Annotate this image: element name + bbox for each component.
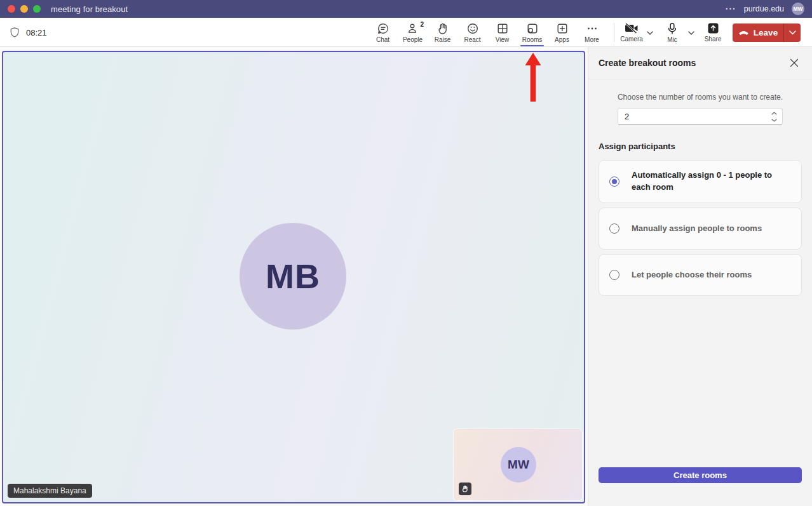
- assign-participants-heading: Assign participants: [599, 142, 802, 151]
- people-icon: [407, 22, 419, 35]
- account-domain: purdue.edu: [744, 4, 784, 13]
- raised-hand-status-icon: [459, 483, 471, 495]
- option-manually-assign[interactable]: Manually assign people to rooms: [599, 208, 802, 250]
- leave-options-chevron-icon[interactable]: [784, 23, 801, 42]
- shield-icon: [9, 27, 20, 38]
- rooms-count-field[interactable]: [618, 108, 783, 125]
- self-view-avatar: MW: [501, 447, 536, 483]
- rooms-label: Rooms: [522, 36, 543, 43]
- rooms-button[interactable]: Rooms: [517, 18, 547, 47]
- close-icon: [790, 58, 799, 67]
- view-label: View: [496, 36, 510, 43]
- apps-label: Apps: [555, 36, 569, 43]
- people-button[interactable]: 2 People: [398, 18, 428, 47]
- mic-icon: [666, 22, 679, 35]
- share-label: Share: [705, 36, 722, 43]
- meeting-timer: 08:21: [26, 28, 47, 37]
- leave-label: Leave: [754, 28, 778, 37]
- option-label: Automatically assign 0 - 1 people to eac…: [632, 170, 789, 194]
- radio-unselected[interactable]: [609, 270, 619, 280]
- spinner-down-icon[interactable]: [769, 117, 778, 123]
- chat-button[interactable]: Chat: [368, 18, 398, 47]
- hang-up-phone-icon: [738, 30, 749, 36]
- minimize-window-button[interactable]: [20, 5, 28, 13]
- self-view-tile[interactable]: MW: [453, 429, 583, 501]
- share-screen-icon: [707, 22, 719, 34]
- camera-options-chevron-icon[interactable]: [646, 29, 654, 37]
- toolbar-divider: [614, 23, 614, 42]
- toolbar-nav: Chat 2 People Raise React View: [368, 18, 607, 47]
- view-button[interactable]: View: [487, 18, 517, 47]
- option-automatically-assign[interactable]: Automatically assign 0 - 1 people to eac…: [599, 160, 802, 203]
- raise-hand-button[interactable]: Raise: [428, 18, 457, 47]
- react-smiley-icon: [466, 22, 479, 35]
- react-button[interactable]: React: [457, 18, 487, 47]
- option-let-people-choose[interactable]: Let people choose their rooms: [599, 254, 802, 296]
- rooms-count-spinner: [769, 110, 778, 123]
- leave-main-action[interactable]: Leave: [733, 23, 783, 42]
- camera-label: Camera: [620, 36, 643, 43]
- share-button[interactable]: Share: [699, 18, 727, 47]
- traffic-lights: [8, 5, 41, 13]
- panel-title: Create breakout rooms: [599, 58, 696, 68]
- apps-plus-icon: [556, 22, 569, 35]
- raise-label: Raise: [435, 36, 451, 43]
- panel-header: Create breakout rooms: [588, 47, 812, 79]
- meeting-toolbar: 08:21 Chat 2 People Raise React: [0, 18, 812, 47]
- apps-button[interactable]: Apps: [547, 18, 577, 47]
- titlebar-overflow-icon[interactable]: ···: [726, 4, 736, 14]
- zoom-window-button[interactable]: [33, 5, 41, 13]
- chat-icon: [377, 22, 389, 35]
- view-grid-icon: [496, 22, 509, 35]
- create-breakout-rooms-panel: Create breakout rooms Choose the number …: [588, 47, 812, 506]
- people-label: People: [403, 36, 423, 43]
- window-title: meeting for breakout: [51, 4, 128, 14]
- spinner-up-icon[interactable]: [769, 110, 778, 116]
- account-avatar[interactable]: MW: [792, 3, 804, 15]
- camera-off-icon: [624, 22, 639, 34]
- mic-label: Mic: [667, 36, 677, 43]
- window-titlebar: meeting for breakout ··· purdue.edu MW: [0, 0, 812, 18]
- radio-unselected[interactable]: [609, 223, 619, 234]
- raise-hand-icon: [436, 22, 449, 35]
- participant-name-badge: Mahalakshmi Bayana: [8, 484, 92, 498]
- close-panel-button[interactable]: [787, 55, 802, 70]
- option-label: Let people choose their rooms: [632, 269, 752, 281]
- meeting-timer-group: 08:21: [9, 18, 47, 47]
- leave-button[interactable]: Leave: [733, 23, 801, 42]
- mic-button[interactable]: Mic: [661, 18, 684, 47]
- more-ellipsis-icon: [586, 22, 599, 35]
- breakout-rooms-icon: [526, 22, 539, 35]
- video-stage[interactable]: MB Mahalakshmi Bayana MW: [2, 51, 585, 503]
- more-label: More: [585, 36, 599, 43]
- participant-avatar: MB: [240, 223, 346, 330]
- assign-options-list: Automatically assign 0 - 1 people to eac…: [599, 160, 802, 296]
- rooms-count-instruction: Choose the number of rooms you want to c…: [607, 93, 793, 102]
- people-count-badge: 2: [420, 21, 424, 28]
- rooms-count-input[interactable]: [618, 112, 758, 121]
- chat-label: Chat: [376, 36, 389, 43]
- react-label: React: [464, 36, 480, 43]
- mic-options-chevron-icon[interactable]: [687, 29, 696, 37]
- close-window-button[interactable]: [8, 5, 15, 13]
- more-button[interactable]: More: [577, 18, 607, 47]
- create-rooms-button[interactable]: Create rooms: [599, 467, 802, 483]
- option-label: Manually assign people to rooms: [632, 223, 762, 235]
- camera-button[interactable]: Camera: [617, 18, 646, 47]
- radio-selected[interactable]: [609, 176, 619, 187]
